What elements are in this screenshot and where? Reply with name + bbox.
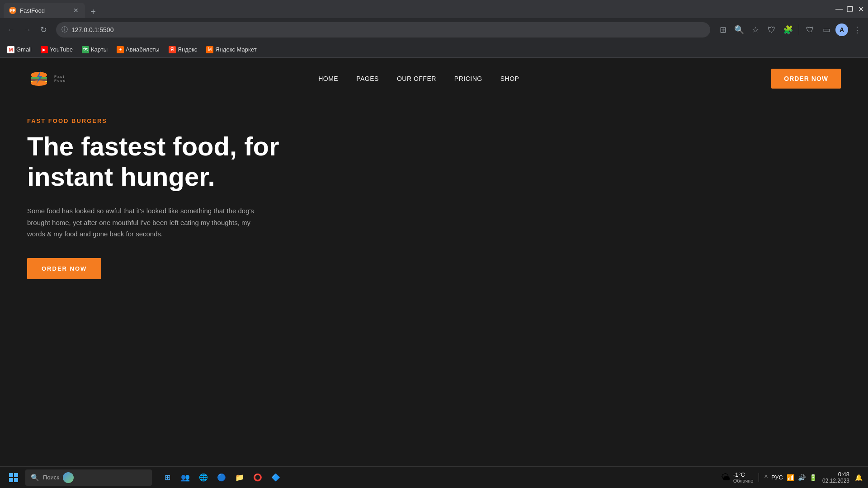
weather-info: -1°C Облачно: [733, 471, 754, 483]
header-order-now-button[interactable]: ORDER NOW: [771, 69, 841, 89]
site-nav: HOME PAGES OUR OFFER PRICING SHOP: [318, 75, 519, 82]
bookmark-yandex[interactable]: Я Яндекс: [165, 44, 201, 55]
weather-temp: -1°C: [733, 471, 754, 478]
address-bar[interactable]: ⓘ 127.0.0.1:5500: [56, 22, 710, 38]
active-tab[interactable]: FF FastFood ✕: [4, 3, 85, 18]
hero-description: Some food has looked so awful that it's …: [27, 205, 267, 240]
hero-title-line1: The fastest food, for: [27, 131, 279, 161]
shield-button[interactable]: 🛡: [803, 23, 817, 37]
tab-favicon: FF: [9, 7, 16, 14]
bookmark-youtube[interactable]: ▶ YouTube: [37, 44, 76, 55]
maximize-button[interactable]: ❐: [846, 5, 854, 13]
taskbar-divider: [759, 473, 759, 482]
taskbar-chrome[interactable]: 🔵: [213, 469, 230, 486]
logo-text: Fast: [54, 75, 66, 79]
taskbar-teams[interactable]: 👥: [177, 469, 193, 486]
bookmark-button[interactable]: ☆: [748, 23, 763, 37]
taskbar-mail[interactable]: ⭕: [250, 469, 266, 486]
tab-title: FastFood: [20, 7, 69, 14]
svg-point-5: [31, 80, 47, 86]
nav-pages[interactable]: PAGES: [356, 75, 379, 82]
bookmark-maps-label: Карты: [91, 46, 108, 53]
taskbar-time: 0:48 02.12.2023: [822, 471, 849, 484]
tab-bar: FF FastFood ✕ +: [4, 0, 832, 18]
weather-widget: 🌥 -1°C Облачно: [722, 471, 754, 483]
forward-button[interactable]: →: [20, 23, 34, 37]
nav-our-offer[interactable]: OUR OFFER: [397, 75, 436, 82]
logo-icon: [27, 67, 51, 90]
bookmark-gmail[interactable]: M Gmail: [4, 44, 35, 55]
weather-description: Облачно: [733, 478, 754, 483]
start-button[interactable]: [5, 469, 22, 486]
menu-button[interactable]: ⋮: [850, 23, 864, 37]
bookmark-maps[interactable]: 🗺 Карты: [78, 44, 111, 55]
new-tab-button[interactable]: +: [87, 5, 99, 18]
site-header: Fast Food HOME PAGES OUR OFFER PRICING S…: [0, 58, 868, 99]
taskbar-vscode[interactable]: 🔷: [268, 469, 284, 486]
taskbar-task-view[interactable]: ⊞: [159, 469, 175, 486]
back-button[interactable]: ←: [4, 23, 18, 37]
website-content: Fast Food HOME PAGES OUR OFFER PRICING S…: [0, 58, 868, 488]
weather-icon: 🌥: [722, 472, 731, 483]
minimize-button[interactable]: —: [835, 5, 843, 13]
volume-icon[interactable]: 🔊: [798, 474, 806, 481]
bookmark-market[interactable]: М Яндекс Маркет: [203, 44, 260, 55]
wifi-icon[interactable]: 📶: [787, 474, 794, 481]
taskbar-right: 🌥 -1°C Облачно ^ РУС 📶 🔊 🔋 0:48 02.12.20…: [722, 471, 863, 484]
taskbar-edge[interactable]: 🌐: [195, 469, 212, 486]
hero-order-now-button[interactable]: ORDER NOW: [27, 258, 101, 279]
nav-shop[interactable]: SHOP: [500, 75, 519, 82]
logo-subtext: Food: [54, 79, 66, 83]
notifications-icon[interactable]: 🔔: [855, 474, 863, 481]
navigation-bar: ← → ↻ ⓘ 127.0.0.1:5500 ⊞ 🔍 ☆ 🛡 🧩 🛡 ▭ A ⋮: [0, 18, 868, 42]
chrome-extension-button[interactable]: 🛡: [764, 23, 779, 37]
cast-button[interactable]: ▭: [819, 23, 834, 37]
bookmarks-bar: M Gmail ▶ YouTube 🗺 Карты ✈ Авиабилеты Я…: [0, 42, 868, 58]
taskbar-explorer[interactable]: 📁: [231, 469, 248, 486]
nav-pricing[interactable]: PRICING: [454, 75, 482, 82]
taskbar: 🔍 Поиск ⊞ 👥 🌐 🔵 📁 ⭕ 🔷 🌥 -1°C Облачно: [0, 466, 868, 488]
bookmark-market-label: Яндекс Маркет: [215, 46, 256, 53]
hero-subtitle: FAST FOOD BURGERS: [27, 117, 289, 124]
bookmark-gmail-label: Gmail: [16, 46, 32, 53]
extensions-button[interactable]: 🧩: [781, 23, 795, 37]
language-indicator: РУС: [771, 474, 783, 481]
tray-expand-icon[interactable]: ^: [764, 474, 768, 481]
svg-rect-2: [31, 77, 47, 79]
nav-actions: ⊞ 🔍 ☆ 🛡 🧩 🛡 ▭ A ⋮: [716, 23, 864, 37]
market-favicon: М: [206, 46, 213, 53]
date-display: 02.12.2023: [822, 478, 849, 484]
close-button[interactable]: ✕: [857, 5, 864, 13]
yandex-favicon: Я: [169, 46, 176, 53]
taskbar-apps: ⊞ 👥 🌐 🔵 📁 ⭕ 🔷: [159, 469, 284, 486]
address-text: 127.0.0.1:5500: [71, 26, 705, 33]
hero-title: The fastest food, for instant hunger.: [27, 131, 289, 192]
bookmark-yandex-label: Яндекс: [178, 46, 198, 53]
search-icon: 🔍: [31, 474, 39, 482]
battery-icon[interactable]: 🔋: [809, 474, 817, 481]
search-ai-icon: [63, 472, 74, 483]
nav-home[interactable]: HOME: [318, 75, 338, 82]
gmail-favicon: M: [7, 46, 14, 53]
address-lock-icon: ⓘ: [61, 26, 68, 34]
profile-button[interactable]: A: [835, 23, 848, 36]
avia-favicon: ✈: [117, 46, 124, 53]
translate-button[interactable]: ⊞: [716, 23, 730, 37]
title-bar: FF FastFood ✕ + — ❐ ✕: [0, 0, 868, 18]
bookmark-avia-label: Авиабилеты: [126, 46, 159, 53]
taskbar-search[interactable]: 🔍 Поиск: [25, 469, 152, 486]
tab-close-button[interactable]: ✕: [72, 7, 80, 14]
youtube-favicon: ▶: [41, 46, 48, 53]
time-display: 0:48: [822, 471, 849, 478]
bookmark-avia[interactable]: ✈ Авиабилеты: [113, 44, 163, 55]
windows-icon: [9, 473, 18, 482]
nav-separator: [799, 24, 799, 35]
hero-title-line2: instant hunger.: [27, 162, 215, 191]
maps-favicon: 🗺: [82, 46, 89, 53]
reload-button[interactable]: ↻: [36, 23, 51, 37]
hero-section: FAST FOOD BURGERS The fastest food, for …: [0, 99, 316, 297]
zoom-button[interactable]: 🔍: [732, 23, 746, 37]
window-controls: — ❐ ✕: [835, 5, 864, 13]
site-logo: Fast Food: [27, 67, 66, 90]
bookmark-youtube-label: YouTube: [50, 46, 73, 53]
